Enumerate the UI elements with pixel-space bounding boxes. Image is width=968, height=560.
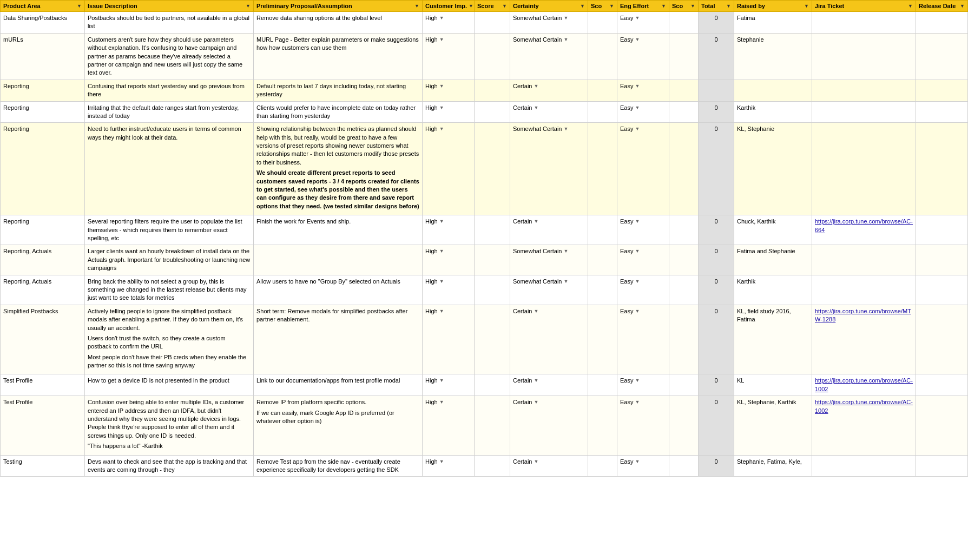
release-date-cell <box>916 374 968 396</box>
customer-impact-dropdown[interactable]: ▼ <box>439 126 444 133</box>
filter-icon[interactable]: ▼ <box>908 3 913 9</box>
certainty-dropdown[interactable]: ▼ <box>534 104 538 111</box>
eng-effort-dropdown[interactable]: ▼ <box>635 278 640 285</box>
customer-impact-value: High <box>425 82 438 90</box>
certainty-cell: Certain▼ <box>510 215 588 245</box>
jira-link[interactable]: https://jira.corp.tune.com/browse/AC-100… <box>815 377 913 392</box>
proposal-header[interactable]: Preliminary Proposal/Assumption▼ <box>254 1 423 12</box>
eng-effort-dropdown[interactable]: ▼ <box>635 15 640 22</box>
filter-icon[interactable]: ▼ <box>609 3 614 9</box>
eng-effort-dropdown[interactable]: ▼ <box>635 458 640 465</box>
eng-effort-header[interactable]: Eng Effort▼ <box>617 1 669 12</box>
certainty-dropdown[interactable]: ▼ <box>534 399 538 406</box>
release-date-header[interactable]: Release Date▼ <box>916 1 968 12</box>
filter-icon[interactable]: ▼ <box>960 3 965 9</box>
jira-link[interactable]: https://jira.corp.tune.com/browse/AC-664 <box>815 218 913 233</box>
sco1-cell <box>588 245 617 275</box>
customer-impact-dropdown[interactable]: ▼ <box>439 399 444 406</box>
jira-link[interactable]: https://jira.corp.tune.com/browse/MTW-12… <box>815 308 911 322</box>
raised-by-header[interactable]: Raised by▼ <box>734 1 812 12</box>
customer-impact-dropdown[interactable]: ▼ <box>439 248 444 255</box>
total-cell: 0 <box>699 245 734 275</box>
certainty-dropdown[interactable]: ▼ <box>564 248 569 255</box>
eng-effort-dropdown[interactable]: ▼ <box>635 248 640 255</box>
customer-impact-cell: High▼ <box>423 215 475 245</box>
jira-link[interactable]: https://jira.corp.tune.com/browse/AC-100… <box>815 399 913 413</box>
certainty-dropdown[interactable]: ▼ <box>534 308 538 315</box>
filter-icon[interactable]: ▼ <box>414 3 419 9</box>
sco2-header[interactable]: Sco▼ <box>669 1 699 12</box>
jira-ticket-cell: https://jira.corp.tune.com/browse/AC-100… <box>812 374 916 396</box>
eng-effort-value: Easy <box>620 458 633 466</box>
filter-icon[interactable]: ▼ <box>246 3 251 9</box>
table-header-row: Product Area▼Issue Description▼Prelimina… <box>1 1 968 12</box>
certainty-dropdown[interactable]: ▼ <box>534 458 538 465</box>
sco1-header[interactable]: Sco▼ <box>588 1 617 12</box>
certainty-dropdown[interactable]: ▼ <box>534 83 538 90</box>
customer-impact-value: High <box>425 218 438 226</box>
header-label: Score <box>477 3 494 9</box>
proposal-cell: Remove Test app from the side nav - even… <box>254 455 423 477</box>
certainty-dropdown[interactable]: ▼ <box>564 36 569 43</box>
release-date-cell <box>916 305 968 374</box>
customer-impact-dropdown[interactable]: ▼ <box>439 218 444 225</box>
main-table-container: Product Area▼Issue Description▼Prelimina… <box>0 0 968 477</box>
score1-cell <box>475 396 510 455</box>
score1-cell <box>475 374 510 396</box>
filter-icon[interactable]: ▼ <box>580 3 585 9</box>
eng-effort-value: Easy <box>620 377 633 385</box>
raised-by-cell: Stephanie, Fatima, Kyle, <box>734 455 812 477</box>
header-label: Certainty <box>513 3 539 9</box>
certainty-dropdown[interactable]: ▼ <box>564 15 569 22</box>
issue-description-header[interactable]: Issue Description▼ <box>85 1 254 12</box>
certainty-dropdown[interactable]: ▼ <box>564 278 569 285</box>
customer-impact-header[interactable]: Customer Imp.▼ <box>423 1 475 12</box>
filter-icon[interactable]: ▼ <box>726 3 731 9</box>
customer-impact-dropdown[interactable]: ▼ <box>439 15 444 22</box>
score1-cell <box>475 275 510 305</box>
eng-effort-dropdown[interactable]: ▼ <box>635 104 640 111</box>
customer-impact-dropdown[interactable]: ▼ <box>439 278 444 285</box>
customer-impact-dropdown[interactable]: ▼ <box>439 104 444 111</box>
filter-icon[interactable]: ▼ <box>502 3 507 9</box>
raised-by-cell: KL, Stephanie <box>734 123 812 215</box>
eng-effort-value: Easy <box>620 247 633 255</box>
eng-effort-dropdown[interactable]: ▼ <box>635 399 640 406</box>
score1-header[interactable]: Score▼ <box>475 1 510 12</box>
product-area-cell: Reporting <box>1 101 85 123</box>
filter-icon[interactable]: ▼ <box>77 3 82 9</box>
jira-ticket-header[interactable]: Jira Ticket▼ <box>812 1 916 12</box>
eng-effort-dropdown[interactable]: ▼ <box>635 126 640 133</box>
certainty-dropdown[interactable]: ▼ <box>564 126 569 133</box>
eng-effort-dropdown[interactable]: ▼ <box>635 83 640 90</box>
eng-effort-cell: Easy▼ <box>617 305 669 374</box>
customer-impact-dropdown[interactable]: ▼ <box>439 36 444 43</box>
filter-icon[interactable]: ▼ <box>690 3 695 9</box>
jira-ticket-cell: https://jira.corp.tune.com/browse/MTW-12… <box>812 305 916 374</box>
product-area-cell: mURLs <box>1 33 85 80</box>
customer-impact-dropdown[interactable]: ▼ <box>439 308 444 315</box>
certainty-header[interactable]: Certainty▼ <box>510 1 588 12</box>
certainty-dropdown[interactable]: ▼ <box>534 218 538 225</box>
eng-effort-dropdown[interactable]: ▼ <box>635 377 640 384</box>
issue-description-cell: Need to further instruct/educate users i… <box>85 123 254 215</box>
certainty-dropdown[interactable]: ▼ <box>534 377 538 384</box>
customer-impact-cell: High▼ <box>423 374 475 396</box>
filter-icon[interactable]: ▼ <box>469 3 473 9</box>
customer-impact-dropdown[interactable]: ▼ <box>439 458 444 465</box>
eng-effort-dropdown[interactable]: ▼ <box>635 218 640 225</box>
filter-icon[interactable]: ▼ <box>661 3 666 9</box>
filter-icon[interactable]: ▼ <box>804 3 809 9</box>
eng-effort-dropdown[interactable]: ▼ <box>635 36 640 43</box>
score1-cell <box>475 33 510 80</box>
product-area-cell: Simplified Postbacks <box>1 305 85 374</box>
customer-impact-dropdown[interactable]: ▼ <box>439 377 444 384</box>
score1-cell <box>475 245 510 275</box>
product-area-cell: Reporting, Actuals <box>1 245 85 275</box>
raised-by-cell: Karthik <box>734 275 812 305</box>
total-header[interactable]: Total▼ <box>699 1 734 12</box>
customer-impact-dropdown[interactable]: ▼ <box>439 83 444 90</box>
eng-effort-dropdown[interactable]: ▼ <box>635 308 640 315</box>
product-area-header[interactable]: Product Area▼ <box>1 1 85 12</box>
jira-ticket-cell <box>812 101 916 123</box>
